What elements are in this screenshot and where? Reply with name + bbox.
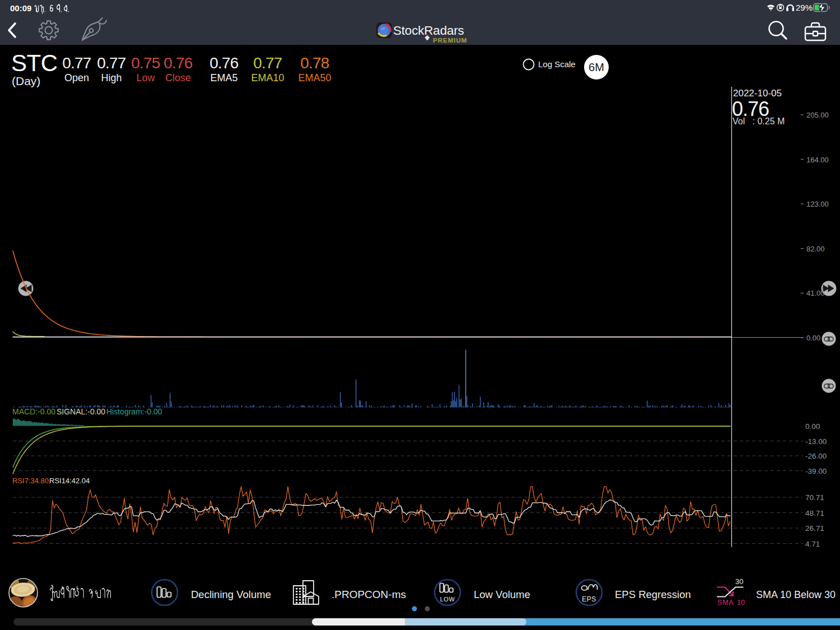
svg-text:70.71: 70.71 bbox=[805, 493, 824, 502]
svg-text:Vol : 0.25 M: Vol : 0.25 M bbox=[732, 116, 785, 126]
svg-text:MACD:-0.00: MACD:-0.00 bbox=[12, 407, 55, 416]
svg-text:PREMIUM: PREMIUM bbox=[433, 37, 467, 44]
svg-text:RSI7:34.80: RSI7:34.80 bbox=[12, 477, 49, 485]
svg-text:-13.00: -13.00 bbox=[805, 437, 827, 446]
svg-text:4.71: 4.71 bbox=[805, 540, 820, 548]
svg-text:82.00: 82.00 bbox=[806, 245, 825, 253]
svg-text:Histogram:-0.00: Histogram:-0.00 bbox=[106, 407, 162, 416]
svg-text:29%: 29% bbox=[796, 3, 813, 12]
svg-text:-26.00: -26.00 bbox=[805, 452, 827, 460]
svg-text:205.00: 205.00 bbox=[806, 111, 829, 119]
svg-text:164.00: 164.00 bbox=[806, 156, 829, 164]
svg-text:10: 10 bbox=[737, 599, 745, 606]
svg-text:0.00: 0.00 bbox=[806, 334, 820, 342]
svg-text:41.00: 41.00 bbox=[806, 289, 825, 297]
svg-text:0.00: 0.00 bbox=[805, 422, 820, 431]
svg-text:RSI14:42.04: RSI14:42.04 bbox=[49, 477, 90, 485]
svg-text:26.71: 26.71 bbox=[805, 524, 824, 533]
svg-text:SMA 10 Below 30: SMA 10 Below 30 bbox=[756, 589, 836, 600]
svg-text:.PROPCON-ms: .PROPCON-ms bbox=[332, 589, 406, 600]
svg-text:Declining Volume: Declining Volume bbox=[191, 589, 271, 600]
svg-text:48.71: 48.71 bbox=[805, 509, 824, 517]
svg-text:00:09: 00:09 bbox=[10, 3, 31, 13]
svg-text:StockRadars: StockRadars bbox=[393, 24, 464, 38]
svg-text:-39.00: -39.00 bbox=[805, 467, 827, 475]
svg-text:Low Volume: Low Volume bbox=[474, 589, 530, 600]
svg-text:EPS: EPS bbox=[582, 595, 596, 603]
svg-text:SMA: SMA bbox=[717, 599, 734, 606]
svg-text:EPS Regression: EPS Regression bbox=[615, 589, 691, 600]
svg-text:LOW: LOW bbox=[440, 596, 455, 603]
svg-text:123.00: 123.00 bbox=[806, 200, 829, 208]
svg-text:30: 30 bbox=[735, 577, 743, 586]
svg-text:SIGNAL:-0.00: SIGNAL:-0.00 bbox=[57, 407, 105, 416]
